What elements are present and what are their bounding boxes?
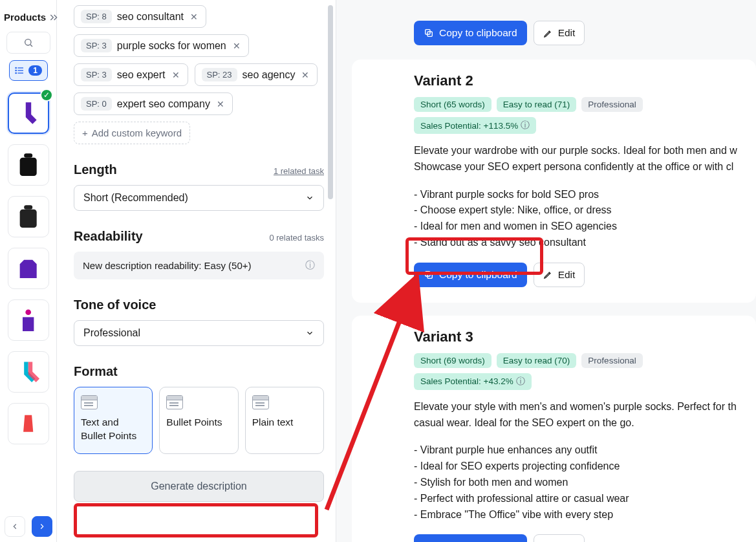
length-heading: Length xyxy=(74,162,117,177)
tone-heading: Tone of voice xyxy=(74,298,156,312)
edit-button[interactable]: Edit xyxy=(534,21,585,45)
badge-sp-text: Sales Potential: +43.2% xyxy=(420,376,513,386)
remove-keyword-icon[interactable]: ✕ xyxy=(300,70,310,80)
variant-3-bullet: - Vibrant purple hue enhances any outfit xyxy=(414,442,756,459)
search-button[interactable] xyxy=(6,32,50,54)
copy-label: Copy to clipboard xyxy=(439,269,517,281)
sidebar-title: Products xyxy=(4,12,46,23)
pager-next-button[interactable] xyxy=(32,516,52,537)
remove-keyword-icon[interactable]: ✕ xyxy=(189,12,199,22)
tone-select[interactable]: Professional xyxy=(74,320,324,346)
variants-panel: Copy to clipboard Edit Variant 2 Short (… xyxy=(336,0,756,542)
format-heading: Format xyxy=(74,364,118,379)
variant-3-bullet: - Ideal for SEO experts projecting confi… xyxy=(414,459,756,475)
copy-button[interactable]: Copy to clipboard xyxy=(414,263,527,287)
variant-3-title: Variant 3 xyxy=(414,329,756,345)
edit-button[interactable]: Edit xyxy=(534,263,585,287)
variant-2-badges: Short (65 words) Easy to read (71) Profe… xyxy=(414,97,756,134)
keyword-chip[interactable]: SP: 3 seo expert ✕ xyxy=(74,63,188,86)
chevron-left-icon xyxy=(10,522,19,531)
format-label: Plain text xyxy=(252,416,317,429)
copy-button[interactable]: Copy to clipboard xyxy=(414,534,527,542)
length-value: Short (Recommended) xyxy=(83,192,188,204)
readability-info-text: New description readability: Easy (50+) xyxy=(83,260,252,271)
product-thumb-backpack-2[interactable] xyxy=(8,196,49,237)
edit-label: Edit xyxy=(558,269,576,281)
length-section: Length 1 related task Short (Recommended… xyxy=(74,162,324,211)
list-filter-button[interactable]: 1 xyxy=(9,60,48,81)
copy-icon xyxy=(424,28,434,38)
keyword-chip[interactable]: SP: 3 purple socks for women ✕ xyxy=(74,34,249,57)
chevron-down-icon xyxy=(305,193,314,202)
copy-button[interactable]: Copy to clipboard xyxy=(414,21,527,45)
length-related-task-link[interactable]: 1 related task xyxy=(274,166,324,176)
badge-sales-potential: Sales Potential: +113.5% ⓘ xyxy=(414,117,536,134)
chevron-right-icon xyxy=(38,522,47,531)
pencil-icon xyxy=(543,28,553,38)
keyword-chip[interactable]: SP: 0 expert seo company ✕ xyxy=(74,92,233,115)
variant-2-actions: Copy to clipboard Edit xyxy=(414,263,756,287)
variant-3-body: Elevate your style with men's and women'… xyxy=(414,399,756,523)
remove-keyword-icon[interactable]: ✕ xyxy=(171,70,181,80)
keyword-chip[interactable]: SP: 23 seo agency ✕ xyxy=(195,63,318,86)
product-thumb-red-item[interactable] xyxy=(8,403,49,444)
variant-1-actions: Copy to clipboard Edit xyxy=(352,0,756,60)
products-sidebar: Products 1 ✓ xyxy=(0,0,57,542)
product-thumb-model-purple[interactable] xyxy=(8,299,49,341)
variant-2-bullet: - Choose expert style: Nike, office, or … xyxy=(414,202,756,219)
pager-prev-button[interactable] xyxy=(5,516,25,537)
badge-length: Short (65 words) xyxy=(414,97,491,112)
product-thumb-hoodie[interactable] xyxy=(8,248,49,289)
format-text-bullets[interactable]: Text and Bullet Points xyxy=(74,387,153,454)
add-keyword-button[interactable]: + Add custom keyword xyxy=(74,122,190,144)
product-thumb-socks[interactable]: ✓ xyxy=(8,92,49,134)
readability-heading: Readability xyxy=(74,229,143,244)
tone-section: Tone of voice Professional xyxy=(74,298,324,346)
keyword-sp-badge: SP: 23 xyxy=(202,68,237,81)
keyword-chip[interactable]: SP: 8 seo consultant ✕ xyxy=(74,5,206,28)
list-filter-count: 1 xyxy=(28,65,42,76)
badge-sales-potential: Sales Potential: +43.2% ⓘ xyxy=(414,373,532,390)
product-thumbnails: ✓ xyxy=(0,90,56,444)
keyword-text: seo consultant xyxy=(117,11,184,23)
product-thumb-backpack-1[interactable] xyxy=(8,144,49,186)
badge-tone: Professional xyxy=(581,97,642,112)
format-bullets[interactable]: Bullet Points xyxy=(159,387,238,454)
svg-rect-8 xyxy=(24,154,32,158)
remove-keyword-icon[interactable]: ✕ xyxy=(232,41,242,51)
length-select[interactable]: Short (Recommended) xyxy=(74,185,324,211)
variant-2-line: Showcase your SEO expert persona confide… xyxy=(414,159,756,175)
check-icon: ✓ xyxy=(40,89,53,102)
variant-2-bullet: - Stand out as a savvy seo consultant xyxy=(414,235,756,251)
format-plain[interactable]: Plain text xyxy=(245,387,324,454)
svg-point-7 xyxy=(16,72,16,73)
variant-3-bullet: - Perfect with professional attire or ca… xyxy=(414,491,756,507)
product-thumb-colorful-socks[interactable] xyxy=(8,351,49,393)
sidebar-title-row: Products xyxy=(0,5,56,32)
list-icon xyxy=(14,65,25,76)
svg-point-5 xyxy=(16,67,16,68)
badge-readability: Easy to read (71) xyxy=(497,97,577,112)
generate-label: Generate description xyxy=(151,481,247,492)
variant-3-badges: Short (69 words) Easy to read (70) Profe… xyxy=(414,353,756,390)
keywords-container: SP: 8 seo consultant ✕ SP: 3 purple sock… xyxy=(74,5,324,144)
keyword-sp-badge: SP: 3 xyxy=(81,68,112,81)
variant-2-bullet: - Vibrant purple socks for bold SEO pros xyxy=(414,187,756,203)
info-icon[interactable]: ⓘ xyxy=(521,120,530,131)
remove-keyword-icon[interactable]: ✕ xyxy=(215,99,226,109)
info-icon[interactable]: ⓘ xyxy=(305,259,315,272)
variant-2-card: Variant 2 Short (65 words) Easy to read … xyxy=(352,60,756,303)
add-keyword-label: Add custom keyword xyxy=(92,127,182,138)
scrollbar-thumb[interactable] xyxy=(328,5,333,199)
format-label: Bullet Points xyxy=(166,416,231,429)
badge-tone: Professional xyxy=(581,353,642,368)
plus-icon: + xyxy=(82,127,88,138)
keyword-sp-badge: SP: 3 xyxy=(81,39,112,52)
variant-2-body: Elevate your wardrobe with our purple so… xyxy=(414,143,756,251)
keyword-sp-badge: SP: 8 xyxy=(81,10,112,23)
info-icon[interactable]: ⓘ xyxy=(516,376,525,387)
svg-point-10 xyxy=(25,310,31,316)
edit-button[interactable]: Edit xyxy=(534,534,585,542)
generate-description-button[interactable]: Generate description xyxy=(74,471,324,502)
svg-rect-9 xyxy=(24,206,32,210)
